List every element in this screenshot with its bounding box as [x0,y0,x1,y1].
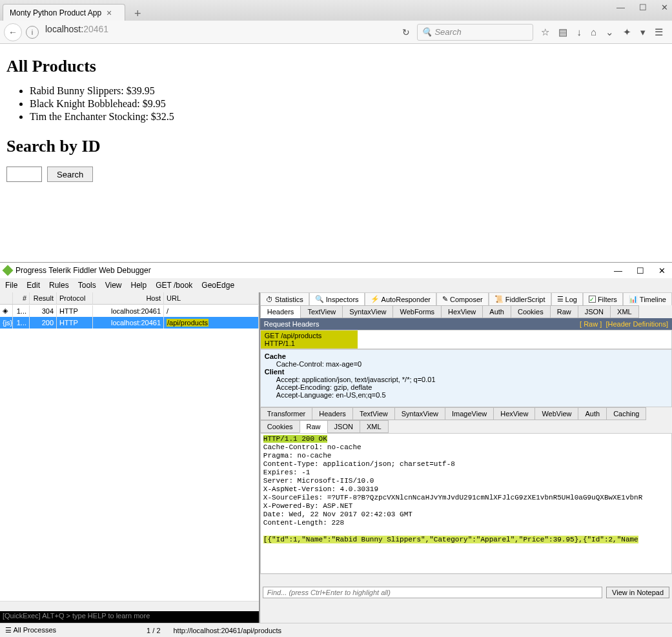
search-box[interactable]: 🔍 Search [417,24,533,41]
reload-icon[interactable]: ↻ [398,27,414,37]
fiddler-titlebar: Progress Telerik Fiddler Web Debugger — … [0,263,672,278]
resp-tab-hex[interactable]: HexView [493,407,535,420]
close-icon[interactable]: × [107,8,112,18]
back-button[interactable]: ← [4,23,22,41]
menu-tools[interactable]: Tools [78,281,96,290]
star-icon[interactable]: ☆ [541,26,549,38]
col-url[interactable]: URL [164,292,259,304]
req-tab-auth[interactable]: Auth [482,305,511,318]
main-tabs: ⏱ Statistics 🔍 Inspectors ⚡ AutoResponde… [260,292,672,305]
nav-bar: ← i localhost:20461 ↻ 🔍 Search ☆ ▤ ↓ ⌂ ⌄… [0,21,672,44]
product-list: Rabid Bunny Slippers: $39.95 Black Knigh… [30,85,666,123]
library-icon[interactable]: ▤ [558,26,567,38]
session-row-selected[interactable]: {js} 1... 200 HTTP localhost:20461 /api/… [0,317,259,329]
req-tab-json[interactable]: JSON [578,305,611,318]
resp-tab-xml[interactable]: XML [360,420,389,433]
id-input[interactable] [6,167,42,182]
tab-statistics[interactable]: ⏱ Statistics [260,292,309,305]
close-icon[interactable]: ✕ [661,3,668,12]
req-tab-headers[interactable]: Headers [260,305,301,318]
menu-view[interactable]: View [105,281,122,290]
find-input[interactable] [263,587,602,598]
resp-tab-web[interactable]: WebView [535,407,578,420]
col-protocol[interactable]: Protocol [57,292,93,304]
resp-tab-headers[interactable]: Headers [312,407,353,420]
tab-inspectors[interactable]: 🔍 Inspectors [309,292,365,305]
url-bar[interactable]: localhost:20461 [41,24,395,41]
inspectors-pane: ⏱ Statistics 🔍 Inspectors ⚡ AutoResponde… [260,292,672,623]
page-content: All Products Rabid Bunny Slippers: $39.9… [0,44,672,190]
status-count: 1 / 2 [147,627,160,634]
resp-tab-cookies[interactable]: Cookies [260,420,300,433]
pocket-icon[interactable]: ⌄ [606,26,614,38]
col-num[interactable]: # [13,292,30,304]
search-icon: 🔍 [422,27,432,37]
new-tab-button[interactable]: + [130,7,145,21]
resp-tab-syntax[interactable]: SyntaxView [394,407,445,420]
resp-tab-textview[interactable]: TextView [352,407,395,420]
req-tab-textview[interactable]: TextView [300,305,343,318]
fiddler-title: Progress Telerik Fiddler Web Debugger [15,266,151,275]
menu-edit[interactable]: Edit [26,281,40,290]
status-processes[interactable]: ☰ All Processes [5,626,56,634]
search-placeholder: Search [434,27,461,37]
resp-tab-transformer[interactable]: Transformer [260,407,313,420]
resp-tab-caching[interactable]: Caching [606,407,646,420]
close-icon[interactable]: ✕ [658,266,666,276]
page-title: All Products [6,57,666,76]
list-item: Rabid Bunny Slippers: $39.95 [30,85,666,97]
req-tab-raw[interactable]: Raw [550,305,578,318]
maximize-icon[interactable]: ☐ [636,266,644,276]
url-host: localhost: [45,24,83,34]
tab-filters[interactable]: ✓ Filters [583,292,623,305]
col-result[interactable]: Result [30,292,57,304]
section-title: Search by ID [6,137,666,156]
minimize-icon[interactable]: — [616,3,625,12]
search-button[interactable]: Search [47,167,93,182]
resp-tab-auth[interactable]: Auth [578,407,607,420]
tab-fiddlerscript[interactable]: 📜 FiddlerScript [489,292,551,305]
raw-link[interactable]: [ Raw ] [580,320,602,328]
firefox-window: Monty Python Product App × + — ☐ ✕ ← i l… [0,0,672,263]
req-tab-cookies[interactable]: Cookies [511,305,551,318]
maximize-icon[interactable]: ☐ [639,3,647,12]
session-row[interactable]: ◈ 1... 304 HTTP localhost:20461 / [0,305,259,317]
response-raw[interactable]: HTTP/1.1 200 OK Cache-Control: no-cache … [260,433,672,574]
cache-heading: Cache [265,352,286,360]
header-defs-link[interactable]: [Header Definitions] [606,320,668,328]
menu-geoedge[interactable]: GeoEdge [201,281,234,290]
req-tab-hex[interactable]: HexView [441,305,483,318]
tab-log[interactable]: ☰ Log [551,292,583,305]
quickexec-bar[interactable]: [QuickExec] ALT+Q > type HELP to learn m… [0,611,259,623]
dropdown-icon[interactable]: ▾ [640,26,646,38]
menu-bar: File Edit Rules Tools View Help GET /boo… [0,278,672,292]
addon-icon[interactable]: ✦ [623,26,631,38]
browser-tab[interactable]: Monty Python Product App × [3,4,125,21]
menu-rules[interactable]: Rules [49,281,69,290]
list-item: Black Knight Bobblehead: $9.95 [30,98,666,110]
menu-getbook[interactable]: GET /book [156,281,192,290]
tab-autoresponder[interactable]: ⚡ AutoResponder [365,292,436,305]
download-icon[interactable]: ↓ [576,26,582,37]
request-headers-body[interactable]: Cache Cache-Control: max-age=0 Client Ac… [260,349,672,407]
resp-tab-raw[interactable]: Raw [300,420,328,433]
col-host[interactable]: Host [93,292,164,304]
tab-composer[interactable]: ✎ Composer [436,292,489,305]
fiddler-logo-icon [3,265,14,276]
menu-file[interactable]: File [5,281,17,290]
menu-icon[interactable]: ☰ [655,26,663,38]
view-notepad-button[interactable]: View in Notepad [606,587,669,598]
minimize-icon[interactable]: — [614,266,622,276]
h-scrollbar[interactable] [260,574,672,584]
h-scrollbar[interactable] [0,601,259,611]
req-tab-xml[interactable]: XML [610,305,639,318]
req-tab-webforms[interactable]: WebForms [392,305,442,318]
resp-tab-image[interactable]: ImageView [445,407,494,420]
home-icon[interactable]: ⌂ [591,26,596,37]
info-icon[interactable]: i [26,26,39,39]
req-tab-syntax[interactable]: SyntaxView [342,305,393,318]
menu-help[interactable]: Help [131,281,147,290]
tab-timeline[interactable]: 📊 Timeline [623,292,672,305]
url-port: 20461 [83,24,108,34]
resp-tab-json[interactable]: JSON [327,420,360,433]
